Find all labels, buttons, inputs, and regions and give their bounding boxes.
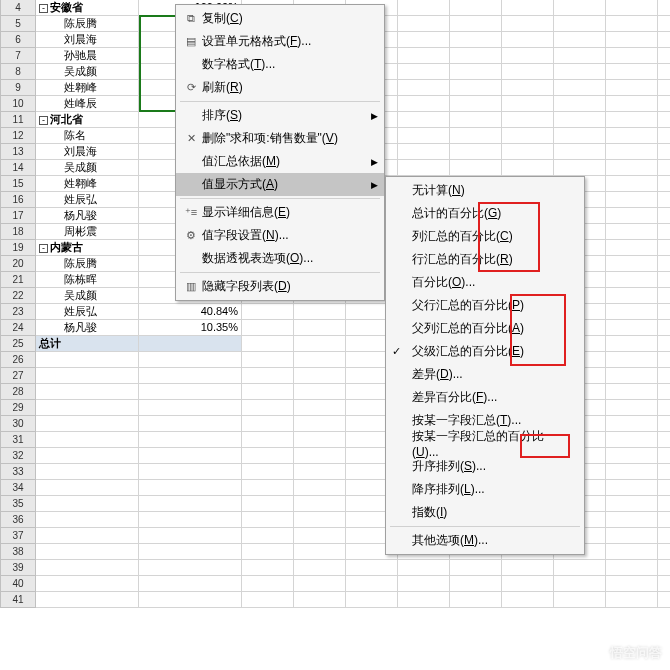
cell[interactable]: [606, 496, 658, 512]
submenu-item[interactable]: 无计算(N): [386, 179, 584, 202]
cell-a[interactable]: [36, 544, 139, 560]
cell-a[interactable]: [36, 512, 139, 528]
row-header[interactable]: 7: [0, 48, 36, 64]
cell[interactable]: [502, 112, 554, 128]
cell[interactable]: [554, 16, 606, 32]
cell[interactable]: [294, 576, 346, 592]
cell[interactable]: [658, 592, 670, 608]
cell-a[interactable]: 吴成颜: [36, 288, 139, 304]
cell-a[interactable]: [36, 560, 139, 576]
cell[interactable]: [606, 160, 658, 176]
cell[interactable]: [606, 96, 658, 112]
cell[interactable]: [242, 432, 294, 448]
row-header[interactable]: 37: [0, 528, 36, 544]
cell[interactable]: [294, 528, 346, 544]
cell-b[interactable]: [139, 592, 242, 608]
cell[interactable]: [658, 192, 670, 208]
grid-row[interactable]: 41: [0, 592, 670, 608]
menu-item[interactable]: ▥隐藏字段列表(D): [176, 275, 384, 298]
cell[interactable]: [606, 464, 658, 480]
menu-item[interactable]: 排序(S)▶: [176, 104, 384, 127]
cell[interactable]: [398, 32, 450, 48]
cell[interactable]: [606, 0, 658, 16]
row-header[interactable]: 38: [0, 544, 36, 560]
cell-a[interactable]: [36, 416, 139, 432]
cell-b[interactable]: [139, 448, 242, 464]
grid-row[interactable]: 40: [0, 576, 670, 592]
cell-b[interactable]: [139, 384, 242, 400]
cell[interactable]: [658, 304, 670, 320]
cell-a[interactable]: [36, 528, 139, 544]
cell[interactable]: [294, 448, 346, 464]
cell-a[interactable]: [36, 400, 139, 416]
collapse-icon[interactable]: -: [39, 116, 48, 125]
submenu-item[interactable]: 其他选项(M)...: [386, 529, 584, 552]
cell[interactable]: [606, 480, 658, 496]
cell-a[interactable]: -河北省: [36, 112, 139, 128]
row-header[interactable]: 31: [0, 432, 36, 448]
cell[interactable]: [398, 64, 450, 80]
cell[interactable]: [242, 560, 294, 576]
cell-a[interactable]: 姓翱峰: [36, 176, 139, 192]
collapse-icon[interactable]: -: [39, 244, 48, 253]
cell[interactable]: [606, 176, 658, 192]
cell-a[interactable]: 吴成颜: [36, 64, 139, 80]
row-header[interactable]: 35: [0, 496, 36, 512]
cell[interactable]: [450, 160, 502, 176]
cell[interactable]: [242, 368, 294, 384]
cell[interactable]: [398, 560, 450, 576]
row-header[interactable]: 32: [0, 448, 36, 464]
cell[interactable]: [502, 592, 554, 608]
cell[interactable]: [658, 96, 670, 112]
cell-a[interactable]: [36, 592, 139, 608]
cell-b[interactable]: [139, 416, 242, 432]
cell-b[interactable]: [139, 368, 242, 384]
cell[interactable]: [658, 464, 670, 480]
row-header[interactable]: 34: [0, 480, 36, 496]
cell[interactable]: [294, 544, 346, 560]
cell[interactable]: [450, 576, 502, 592]
cell[interactable]: [606, 144, 658, 160]
menu-item[interactable]: ⚙值字段设置(N)...: [176, 224, 384, 247]
collapse-icon[interactable]: -: [39, 4, 48, 13]
grid-row[interactable]: 39: [0, 560, 670, 576]
cell-b[interactable]: [139, 544, 242, 560]
cell[interactable]: [502, 64, 554, 80]
cell[interactable]: [502, 560, 554, 576]
submenu-item[interactable]: 降序排列(L)...: [386, 478, 584, 501]
cell[interactable]: [658, 544, 670, 560]
row-header[interactable]: 22: [0, 288, 36, 304]
row-header[interactable]: 29: [0, 400, 36, 416]
cell[interactable]: [398, 0, 450, 16]
cell[interactable]: [346, 576, 398, 592]
cell[interactable]: [606, 32, 658, 48]
submenu-item[interactable]: 差异百分比(F)...: [386, 386, 584, 409]
cell-b[interactable]: [139, 480, 242, 496]
cell[interactable]: [658, 288, 670, 304]
cell[interactable]: [606, 16, 658, 32]
cell[interactable]: [502, 128, 554, 144]
menu-item[interactable]: 数字格式(T)...: [176, 53, 384, 76]
cell[interactable]: [294, 304, 346, 320]
submenu-item[interactable]: 按某一字段汇总的百分比(U)...: [386, 432, 584, 455]
cell[interactable]: [554, 48, 606, 64]
cell[interactable]: [502, 32, 554, 48]
cell[interactable]: [398, 80, 450, 96]
cell[interactable]: [658, 208, 670, 224]
cell[interactable]: [658, 160, 670, 176]
cell[interactable]: [554, 560, 606, 576]
menu-item[interactable]: ⟳刷新(R): [176, 76, 384, 99]
row-header[interactable]: 14: [0, 160, 36, 176]
cell[interactable]: [450, 144, 502, 160]
row-header[interactable]: 21: [0, 272, 36, 288]
cell-a[interactable]: [36, 464, 139, 480]
cell[interactable]: [242, 480, 294, 496]
cell-a[interactable]: [36, 432, 139, 448]
cell[interactable]: [606, 512, 658, 528]
row-header[interactable]: 17: [0, 208, 36, 224]
cell[interactable]: [294, 480, 346, 496]
cell-a[interactable]: 杨凡骏: [36, 320, 139, 336]
cell[interactable]: [502, 0, 554, 16]
submenu-item[interactable]: 指数(I): [386, 501, 584, 524]
row-header[interactable]: 33: [0, 464, 36, 480]
